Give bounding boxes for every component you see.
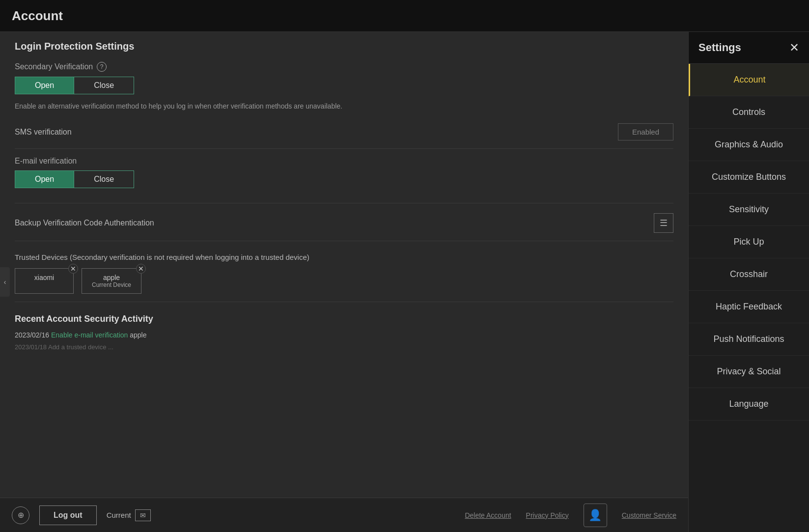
- help-icon[interactable]: ?: [97, 62, 107, 72]
- email-verification-section: E-mail verification Open Close: [15, 157, 673, 203]
- secondary-verification-label: Secondary Verification ?: [15, 62, 673, 72]
- remove-apple-button[interactable]: ✕: [136, 264, 146, 274]
- crosshair-icon: ⊕: [12, 506, 29, 524]
- sidebar-item-crosshair[interactable]: Crosshair: [689, 258, 809, 291]
- email-verification-label: E-mail verification: [15, 157, 673, 166]
- activity-item-1: 2023/01/18 Add a trusted device ...: [15, 343, 673, 351]
- sidebar-item-graphics-audio[interactable]: Graphics & Audio: [689, 129, 809, 161]
- email-close-button[interactable]: Close: [74, 170, 134, 188]
- sidebar-item-language[interactable]: Language: [689, 388, 809, 420]
- backup-list-icon[interactable]: ☰: [654, 213, 673, 233]
- main-layout: ‹ Login Protection Settings Secondary Ve…: [0, 32, 809, 532]
- page-title: Account: [12, 8, 63, 24]
- settings-title: Settings: [698, 41, 741, 54]
- top-bar: Account: [0, 0, 809, 32]
- activity-item-0: 2023/02/16 Enable e-mail verification ap…: [15, 331, 673, 339]
- activity-faded-1: 2023/01/18 Add a trusted device ...: [15, 343, 113, 351]
- backup-verification-label: Backup Verification Code Authentication: [15, 219, 154, 227]
- secondary-verification-description: Enable an alternative verification metho…: [15, 101, 673, 112]
- privacy-policy-link[interactable]: Privacy Policy: [526, 511, 569, 519]
- device-sub-apple: Current Device: [92, 281, 131, 288]
- sidebar-item-push-notifications[interactable]: Push Notifications: [689, 323, 809, 356]
- collapse-arrow[interactable]: ‹: [0, 267, 10, 297]
- avatar-icon[interactable]: 👤: [584, 504, 607, 527]
- sidebar-item-sensitivity[interactable]: Sensitivity: [689, 194, 809, 226]
- logout-button[interactable]: Log out: [39, 505, 97, 525]
- sms-enabled-button[interactable]: Enabled: [618, 123, 673, 140]
- sidebar-item-controls[interactable]: Controls: [689, 96, 809, 129]
- device-chip-xiaomi: ✕ xiaomi: [15, 268, 74, 294]
- sidebar-item-privacy-social[interactable]: Privacy & Social: [689, 356, 809, 388]
- email-icon: ✉: [140, 511, 146, 519]
- sidebar-item-pick-up[interactable]: Pick Up: [689, 226, 809, 258]
- activity-section-title: Recent Account Security Activity: [15, 314, 673, 324]
- backup-verification-row: Backup Verification Code Authentication …: [15, 213, 673, 241]
- email-open-button[interactable]: Open: [15, 170, 74, 188]
- sidebar-item-haptic-feedback[interactable]: Haptic Feedback: [689, 291, 809, 323]
- list-icon-glyph: ☰: [660, 218, 668, 228]
- secondary-close-button[interactable]: Close: [74, 77, 134, 94]
- device-chip-apple: ✕ apple Current Device: [82, 268, 141, 294]
- settings-close-button[interactable]: ✕: [789, 41, 799, 55]
- activity-device-0: apple: [130, 331, 146, 339]
- sidebar-items-list: Account Controls Graphics & Audio Custom…: [689, 64, 809, 532]
- sms-verification-row: SMS verification Enabled: [15, 123, 673, 149]
- settings-sidebar: Settings ✕ Account Controls Graphics & A…: [688, 32, 809, 532]
- bottom-bar: ⊕ Log out Current ✉ Delete Account Priva…: [0, 498, 688, 532]
- customer-service-link[interactable]: Customer Service: [622, 511, 676, 519]
- main-content-area: ‹ Login Protection Settings Secondary Ve…: [0, 32, 688, 532]
- device-name-apple: apple: [92, 274, 131, 281]
- content-inner: Login Protection Settings Secondary Veri…: [15, 41, 673, 502]
- section-title: Login Protection Settings: [15, 41, 673, 52]
- email-verification-toggle: Open Close: [15, 170, 673, 188]
- trusted-devices-row: ✕ xiaomi ✕ apple Current Device: [15, 268, 673, 302]
- avatar-glyph: 👤: [588, 509, 602, 522]
- secondary-open-button[interactable]: Open: [15, 77, 74, 94]
- delete-account-link[interactable]: Delete Account: [465, 511, 511, 519]
- activity-date-0: 2023/02/16: [15, 331, 51, 339]
- device-name-xiaomi: xiaomi: [25, 274, 63, 281]
- bottom-right-links: Delete Account Privacy Policy 👤 Customer…: [465, 504, 676, 527]
- secondary-verification-toggle: Open Close: [15, 77, 673, 94]
- current-label: Current ✉: [107, 509, 151, 521]
- activity-action-0: Enable e-mail verification: [51, 331, 130, 339]
- settings-header: Settings ✕: [689, 32, 809, 64]
- sidebar-item-customize-buttons[interactable]: Customize Buttons: [689, 161, 809, 194]
- trusted-devices-label: Trusted Devices (Secondary verification …: [15, 253, 673, 261]
- sidebar-item-account[interactable]: Account: [689, 64, 809, 96]
- remove-xiaomi-button[interactable]: ✕: [68, 264, 78, 274]
- email-icon-box: ✉: [135, 509, 151, 521]
- sms-verification-label: SMS verification: [15, 128, 72, 137]
